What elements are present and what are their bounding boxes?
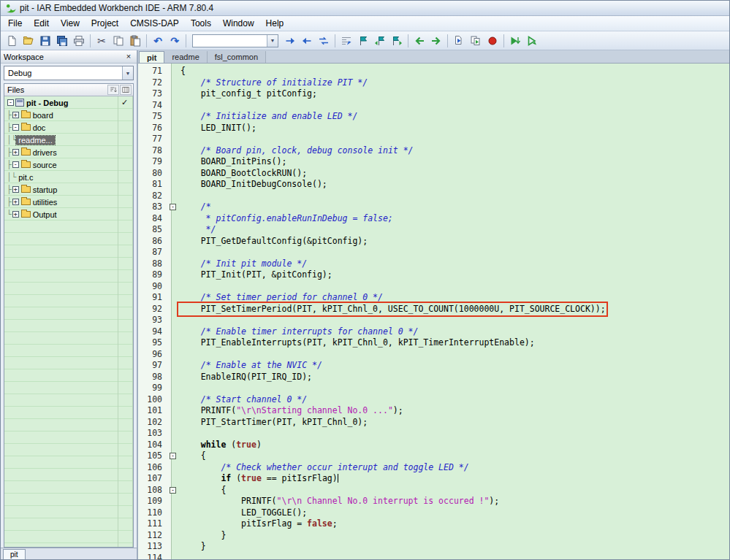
files-columns-icon[interactable] xyxy=(120,85,132,95)
code-text[interactable]: PIT_GetDefaultConfig(&pitConfig); xyxy=(179,236,368,248)
save-button[interactable] xyxy=(37,33,53,49)
save-all-button[interactable] xyxy=(54,33,70,49)
code-text[interactable] xyxy=(179,247,180,258)
undo-button[interactable]: ↶ xyxy=(150,33,166,49)
code-text[interactable] xyxy=(179,428,180,440)
code-text[interactable] xyxy=(179,553,180,560)
collapse-icon[interactable]: - xyxy=(12,161,19,168)
title-bar[interactable]: pit - IAR Embedded Workbench IDE - ARM 7… xyxy=(1,1,729,16)
collapse-icon[interactable]: - xyxy=(7,99,14,106)
code-text[interactable]: /* Start channel 0 */ xyxy=(179,394,307,406)
tree-item-doc[interactable]: ├-doc xyxy=(4,121,133,134)
code-text[interactable] xyxy=(179,100,180,112)
configuration-dropdown[interactable]: Debug ▼ xyxy=(4,66,134,80)
new-file-button[interactable] xyxy=(4,33,20,49)
navigate-forward-button[interactable] xyxy=(428,33,444,49)
menu-tools[interactable]: Tools xyxy=(185,16,217,31)
code-text[interactable]: * pitConfig.enableRunInDebug = false; xyxy=(179,213,393,225)
code-text[interactable]: /* Board pin, clock, debug console init … xyxy=(179,145,414,157)
paste-button[interactable] xyxy=(127,33,143,49)
menu-window[interactable]: Window xyxy=(217,16,260,31)
tree-item-label[interactable]: board xyxy=(31,111,56,120)
tree-item-pit-c[interactable]: │└pit.c xyxy=(4,171,133,183)
code-text[interactable]: PIT_EnableInterrupts(PIT, kPIT_Chnl_0, k… xyxy=(179,337,535,349)
code-text[interactable]: BOARD_InitPins(); xyxy=(179,156,286,168)
code-text[interactable] xyxy=(179,281,180,293)
tree-item-pit-debug[interactable]: -pit - Debug✓ xyxy=(4,96,133,109)
redo-button[interactable]: ↷ xyxy=(167,33,183,49)
tree-item-board[interactable]: ├+board xyxy=(4,109,133,121)
fold-collapse-icon[interactable]: - xyxy=(170,453,176,459)
expand-icon[interactable]: + xyxy=(12,112,19,118)
menu-view[interactable]: View xyxy=(55,16,85,31)
tree-item-label[interactable]: readme... xyxy=(16,136,54,145)
code-text[interactable]: PRINTF("\r\nStarting channel No.0 ..."); xyxy=(179,405,403,417)
code-text[interactable]: { xyxy=(179,485,226,496)
workspace-close-icon[interactable]: × xyxy=(123,52,134,61)
toggle-bookmark-button[interactable] xyxy=(355,33,371,49)
code-text[interactable]: /* Check whether occur interupt and togg… xyxy=(179,462,469,474)
compile-button[interactable] xyxy=(451,33,467,49)
code-text[interactable] xyxy=(179,383,180,394)
menu-help[interactable]: Help xyxy=(260,16,290,31)
collapse-icon[interactable]: - xyxy=(12,124,19,131)
tree-item-label[interactable]: pit.c xyxy=(16,173,35,182)
fold-collapse-icon[interactable]: - xyxy=(170,487,176,494)
find-combo[interactable]: ▼ xyxy=(192,34,278,47)
expand-icon[interactable]: + xyxy=(12,186,19,193)
code-text[interactable]: while (true) xyxy=(179,440,262,451)
navigate-backward-button[interactable] xyxy=(411,33,427,49)
find-next-button[interactable] xyxy=(282,33,298,49)
code-text[interactable] xyxy=(179,134,180,145)
code-text[interactable]: if (true == pitIsrFlag) xyxy=(179,473,338,485)
next-bookmark-button[interactable] xyxy=(389,33,405,49)
code-text[interactable]: BOARD_InitDebugConsole(); xyxy=(179,179,327,191)
code-text[interactable]: PRINTF("\r\n Channel No.0 interrupt is o… xyxy=(179,496,499,507)
toggle-breakpoint-button[interactable] xyxy=(484,33,501,49)
editor-tab-pit[interactable]: pit xyxy=(139,51,164,63)
code-text[interactable]: } xyxy=(179,541,206,553)
workspace-tab-pit[interactable]: pit xyxy=(3,549,26,559)
code-text[interactable]: pit_config_t pitConfig; xyxy=(179,88,317,100)
code-text[interactable]: /* Enable at the NVIC */ xyxy=(179,360,322,372)
code-text-highlighted[interactable]: PIT_SetTimerPeriod(PIT, kPIT_Chnl_0, USE… xyxy=(179,304,606,315)
code-text[interactable]: BOARD_BootClockRUN(); xyxy=(179,168,307,180)
code-text[interactable]: PIT_StartTimer(PIT, kPIT_Chnl_0); xyxy=(179,417,368,429)
editor-tab-readme[interactable]: readme xyxy=(164,51,207,63)
goto-button[interactable] xyxy=(338,33,354,49)
debug-without-downloading-button[interactable] xyxy=(524,33,540,49)
find-previous-button[interactable] xyxy=(299,33,315,49)
code-text[interactable]: /* Set timer period for channel 0 */ xyxy=(179,292,383,304)
open-file-button[interactable] xyxy=(20,33,37,49)
expand-icon[interactable]: + xyxy=(12,211,19,218)
tree-item-label[interactable]: pit - Debug xyxy=(24,99,70,107)
copy-button[interactable] xyxy=(110,33,126,49)
code-text[interactable]: EnableIRQ(PIT_IRQ_ID); xyxy=(179,372,312,383)
menu-edit[interactable]: Edit xyxy=(28,16,55,31)
tree-item-label[interactable]: doc xyxy=(31,123,48,132)
menu-file[interactable]: File xyxy=(2,16,28,31)
chevron-down-icon[interactable]: ▼ xyxy=(267,35,278,47)
find-combo-value[interactable] xyxy=(193,35,267,47)
code-text[interactable]: /* xyxy=(179,202,211,213)
expand-icon[interactable]: + xyxy=(12,149,19,156)
code-text[interactable]: } xyxy=(179,530,226,542)
tree-item-label[interactable]: utilities xyxy=(31,198,60,207)
code-text[interactable]: LED_INIT(); xyxy=(179,123,256,134)
tree-item-label[interactable]: startup xyxy=(31,185,60,194)
code-text[interactable] xyxy=(179,315,180,326)
files-sort-icon[interactable] xyxy=(107,85,119,95)
make-button[interactable] xyxy=(468,33,484,49)
tree-item-label[interactable]: drivers xyxy=(31,148,59,157)
code-text[interactable]: pitIsrFlag = false; xyxy=(179,518,338,530)
tree-item-utilities[interactable]: ├+utilities xyxy=(4,196,133,208)
tree-item-startup[interactable]: ├+startup xyxy=(4,183,133,196)
menu-project[interactable]: Project xyxy=(85,16,124,31)
editor-tab-fsl_common[interactable]: fsl_common xyxy=(208,51,266,63)
code-text[interactable]: PIT_Init(PIT, &pitConfig); xyxy=(179,269,332,281)
download-and-debug-button[interactable] xyxy=(507,33,523,49)
code-text[interactable]: { xyxy=(179,450,206,462)
menu-cmsis-dap[interactable]: CMSIS-DAP xyxy=(124,16,185,31)
tree-item-label[interactable]: Output xyxy=(31,210,59,219)
tree-item-label[interactable]: source xyxy=(31,161,59,169)
